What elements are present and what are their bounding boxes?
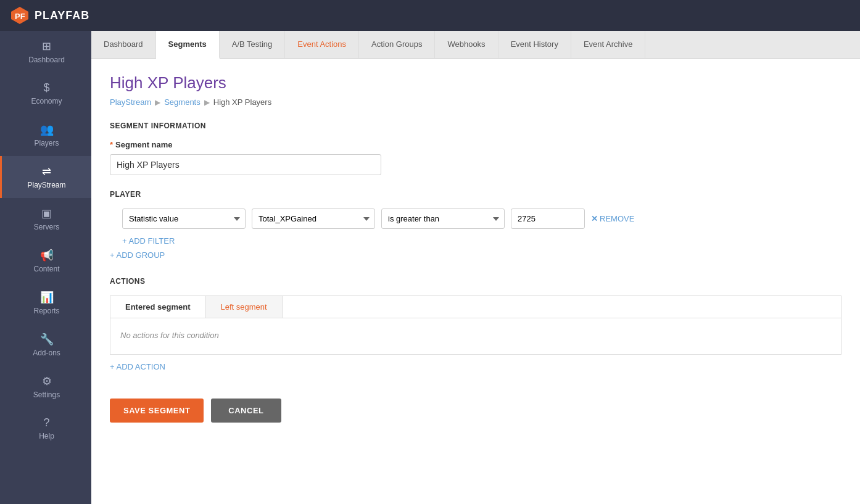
- svg-text:PF: PF: [15, 12, 25, 21]
- filter-type-select[interactable]: Statistic value Player level Player loca…: [122, 209, 246, 229]
- segment-info-section-title: SEGMENT INFORMATION: [110, 122, 841, 130]
- remove-x-icon: ✕: [591, 214, 598, 223]
- sidebar-label-settings: Settings: [33, 390, 60, 399]
- page-title: High XP Players: [110, 73, 841, 93]
- sidebar-label-content: Content: [33, 265, 59, 273]
- sidebar-item-players[interactable]: 👥 Players: [0, 114, 91, 156]
- filter-row: Statistic value Player level Player loca…: [122, 209, 841, 229]
- breadcrumb-sep-2: ▶: [204, 98, 210, 107]
- filter-stat-select[interactable]: Total_XPGained Total_Kills Total_Deaths: [252, 209, 375, 229]
- app-name: PLAYFAB: [35, 9, 89, 22]
- page-content: High XP Players PlayStream ▶ Segments ▶ …: [91, 59, 860, 504]
- servers-icon: ▣: [41, 207, 52, 220]
- sidebar-item-playstream[interactable]: ⇌ PlayStream: [0, 156, 91, 198]
- playfab-logo-icon: PF: [10, 6, 30, 25]
- sidebar-label-economy: Economy: [31, 97, 62, 105]
- tab-dashboard[interactable]: Dashboard: [91, 31, 156, 58]
- sidebar-item-dashboard[interactable]: ⊞ Dashboard: [0, 31, 91, 73]
- tab-event-archive[interactable]: Event Archive: [571, 31, 646, 58]
- add-action-link[interactable]: + ADD ACTION: [110, 362, 841, 371]
- sidebar-item-help[interactable]: ? Help: [0, 408, 91, 449]
- actions-content: No actions for this condition: [110, 318, 841, 355]
- actions-section: ACTIONS Entered segment Left segment No …: [110, 277, 841, 371]
- content-icon: 📢: [40, 249, 54, 262]
- filter-value-input[interactable]: [511, 209, 585, 229]
- player-section-title: PLAYER: [110, 190, 841, 199]
- help-icon: ?: [43, 416, 49, 429]
- sidebar-item-economy[interactable]: $ Economy: [0, 73, 91, 114]
- remove-filter-link[interactable]: ✕ REMOVE: [591, 214, 634, 223]
- footer-buttons: SAVE SEGMENT CANCEL: [110, 389, 841, 423]
- breadcrumb-current: High XP Players: [213, 97, 271, 107]
- economy-icon: $: [43, 81, 49, 94]
- sidebar-label-addons: Add-ons: [33, 349, 60, 357]
- cancel-button[interactable]: CANCEL: [211, 399, 281, 423]
- tab-segments[interactable]: Segments: [156, 31, 220, 59]
- tab-event-history[interactable]: Event History: [498, 31, 571, 58]
- segment-name-input[interactable]: [110, 154, 381, 175]
- settings-icon: ⚙: [42, 374, 52, 388]
- players-icon: 👥: [40, 123, 54, 136]
- tab-event-actions[interactable]: Event Actions: [285, 31, 359, 58]
- main-layout: ⊞ Dashboard $ Economy 👥 Players ⇌ PlaySt…: [0, 31, 860, 504]
- sidebar-label-players: Players: [34, 139, 59, 147]
- save-segment-button[interactable]: SAVE SEGMENT: [110, 399, 204, 423]
- reports-icon: 📊: [40, 291, 54, 304]
- addons-icon: 🔧: [40, 333, 54, 346]
- breadcrumb-playstream[interactable]: PlayStream: [110, 97, 151, 107]
- sidebar: ⊞ Dashboard $ Economy 👥 Players ⇌ PlaySt…: [0, 31, 91, 504]
- sidebar-label-playstream: PlayStream: [27, 181, 65, 189]
- filter-operator-select[interactable]: is greater than is less than is equal to: [381, 209, 505, 229]
- sidebar-label-help: Help: [39, 432, 54, 440]
- actions-tabs: Entered segment Left segment: [110, 295, 841, 318]
- tab-action-groups[interactable]: Action Groups: [359, 31, 435, 58]
- logo[interactable]: PF PLAYFAB: [10, 6, 89, 25]
- tab-webhooks[interactable]: Webhooks: [435, 31, 498, 58]
- segment-name-label: * Segment name: [110, 140, 841, 149]
- breadcrumb-segments[interactable]: Segments: [164, 97, 201, 107]
- breadcrumb-sep-1: ▶: [155, 98, 160, 107]
- playstream-icon: ⇌: [42, 165, 51, 178]
- add-group-link[interactable]: + ADD GROUP: [110, 250, 841, 260]
- sidebar-item-reports[interactable]: 📊 Reports: [0, 282, 91, 324]
- add-filter-link[interactable]: + ADD FILTER: [122, 236, 841, 246]
- action-tab-left[interactable]: Left segment: [205, 296, 282, 318]
- sidebar-item-addons[interactable]: 🔧 Add-ons: [0, 324, 91, 366]
- actions-section-title: ACTIONS: [110, 277, 841, 286]
- top-bar: PF PLAYFAB: [0, 0, 860, 31]
- breadcrumb: PlayStream ▶ Segments ▶ High XP Players: [110, 97, 841, 107]
- sidebar-label-reports: Reports: [33, 307, 59, 315]
- sidebar-item-servers[interactable]: ▣ Servers: [0, 198, 91, 240]
- sidebar-label-servers: Servers: [34, 223, 59, 231]
- sidebar-label-dashboard: Dashboard: [28, 56, 65, 64]
- sidebar-item-settings[interactable]: ⚙ Settings: [0, 366, 91, 408]
- player-section: PLAYER Statistic value Player level Play…: [110, 190, 841, 246]
- tab-bar: Dashboard Segments A/B Testing Event Act…: [91, 31, 860, 59]
- dashboard-icon: ⊞: [42, 39, 51, 53]
- no-actions-text: No actions for this condition: [120, 331, 831, 340]
- sidebar-item-content[interactable]: 📢 Content: [0, 240, 91, 282]
- content-area: Dashboard Segments A/B Testing Event Act…: [91, 31, 860, 504]
- tab-ab-testing[interactable]: A/B Testing: [220, 31, 286, 58]
- action-tab-entered[interactable]: Entered segment: [110, 296, 205, 318]
- required-star: *: [110, 140, 113, 149]
